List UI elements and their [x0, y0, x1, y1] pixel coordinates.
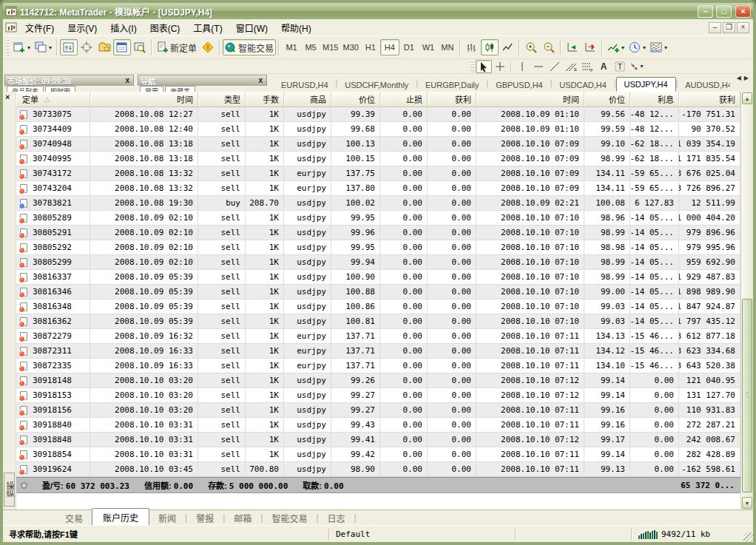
docked-side-tab[interactable]: 操纵: [4, 473, 15, 507]
column-header-9[interactable]: 价位: [584, 92, 630, 106]
column-header-3[interactable]: 手数: [246, 92, 284, 106]
menu-item-图表-c-[interactable]: 图表(C): [144, 19, 187, 36]
bar-chart-button[interactable]: [463, 39, 481, 55]
terminal-tab-交易[interactable]: 交易: [56, 510, 92, 526]
chart-tab-eurusd-h4[interactable]: EURUSD,H4: [274, 78, 336, 92]
column-header-11[interactable]: 获利: [679, 92, 740, 106]
terminal-close-icon[interactable]: ×: [5, 93, 10, 101]
mdi-minimize-button[interactable]: –: [709, 22, 721, 33]
column-header-6[interactable]: 止损: [380, 92, 428, 106]
mdi-close-button[interactable]: ×: [737, 22, 749, 33]
history-row-30783821[interactable]: 307838212008.10.08 19:30buy208.70usdjpy1…: [16, 196, 740, 211]
terminal-button[interactable]: [113, 39, 131, 55]
history-row-30743204[interactable]: 307432042008.10.08 13:32sell1Keurjpy137.…: [16, 181, 740, 196]
history-row-30816362[interactable]: 308163622008.10.09 05:39sell1Kusdjpy100.…: [16, 314, 740, 329]
line-chart-button[interactable]: [499, 39, 516, 55]
history-row-30805299[interactable]: 308052992008.10.09 02:10sell1Kusdjpy99.9…: [16, 255, 740, 270]
close-icon[interactable]: x: [124, 77, 131, 84]
new-chart-button[interactable]: ▾: [11, 39, 33, 55]
tab-tick-chart[interactable]: 即时图: [45, 86, 75, 92]
history-row-30919624[interactable]: 309196242008.10.10 03:45sell700.80usdjpy…: [16, 462, 740, 477]
history-row-30918156[interactable]: 309181562008.10.10 03:20sell1Kusdjpy99.2…: [16, 403, 740, 418]
terminal-tab-日志[interactable]: 日志: [319, 510, 354, 526]
history-row-30816348[interactable]: 308163482008.10.09 05:39sell1Kusdjpy100.…: [16, 299, 740, 314]
chart-tab-eurgbp-daily[interactable]: EURGBP,Daily: [418, 78, 487, 92]
chart-tab-audusd-h4[interactable]: AUDUSD,H4: [678, 78, 729, 92]
resize-grip[interactable]: [743, 532, 753, 542]
indicators-button[interactable]: ▾: [605, 39, 627, 55]
column-header-4[interactable]: 商品: [284, 92, 331, 106]
chart-tab-gbpusd-h4[interactable]: GBPUSD,H4: [488, 78, 550, 92]
mdi-restore-button[interactable]: ❐: [723, 22, 735, 33]
navigator-button[interactable]: [95, 39, 113, 55]
history-row-30872311[interactable]: 308723112008.10.09 16:33sell1Keurjpy137.…: [16, 344, 740, 359]
strategy-tester-button[interactable]: [131, 39, 149, 55]
zoom-in-button[interactable]: [522, 39, 540, 55]
profiles-button[interactable]: ▾: [33, 39, 54, 55]
history-row-30918153[interactable]: 309181532008.10.10 03:20sell1Kusdjpy99.2…: [16, 388, 740, 403]
tab-favorites[interactable]: 收藏夹: [165, 86, 195, 92]
toolbar-grip[interactable]: [470, 61, 474, 72]
expert-advisors-button[interactable]: 智能交易: [223, 39, 276, 55]
menu-item-显示-v-[interactable]: 显示(V): [61, 19, 104, 36]
minimize-button[interactable]: –: [698, 5, 713, 18]
text-button[interactable]: A: [595, 60, 612, 73]
history-row-30816346[interactable]: 308163462008.10.09 05:39sell1Kusdjpy100.…: [16, 285, 740, 299]
tab-common[interactable]: 常用: [140, 86, 163, 92]
column-header-2[interactable]: 类型: [198, 92, 246, 106]
history-row-30816337[interactable]: 308163372008.10.09 05:39sell1Kusdjpy100.…: [16, 270, 740, 285]
history-row-30918848[interactable]: 309188482008.10.10 03:31sell1Kusdjpy99.4…: [16, 433, 740, 447]
navigator-titlebar[interactable]: 导航 x: [138, 75, 267, 86]
history-row-30805289[interactable]: 308052892008.10.09 02:10sell1Kusdjpy99.9…: [16, 211, 740, 226]
status-profile[interactable]: Default: [330, 529, 515, 539]
toolbar-grip[interactable]: [6, 39, 10, 55]
history-row-30872279[interactable]: 308722792008.10.09 16:32sell1Keurjpy137.…: [16, 329, 740, 344]
data-window-button[interactable]: [78, 39, 95, 55]
chart-tab-usdchf-monthly[interactable]: USDCHF,Monthly: [337, 78, 416, 92]
column-header-7[interactable]: 获利: [428, 92, 476, 106]
history-row-30733075[interactable]: 307330752008.10.08 12:27sell1Kusdjpy99.3…: [16, 107, 740, 122]
equidistant-channel-button[interactable]: E: [563, 60, 579, 73]
horizontal-line-button[interactable]: [530, 60, 547, 73]
arrows-button[interactable]: ▾: [628, 60, 644, 73]
vertical-line-button[interactable]: [514, 60, 530, 73]
timeframe-m15-button[interactable]: M15: [320, 39, 340, 55]
chart-tab-usdcad-h4[interactable]: USDCAD,H4: [552, 78, 614, 92]
crosshair-button[interactable]: [492, 60, 508, 73]
candlestick-button[interactable]: [481, 39, 499, 55]
periods-button[interactable]: ▾: [627, 39, 648, 55]
timeframe-m1-button[interactable]: M1: [282, 39, 301, 55]
auto-scroll-button[interactable]: [564, 39, 581, 55]
history-row-30872335[interactable]: 308723352008.10.09 16:33sell1Keurjpy137.…: [16, 359, 740, 373]
menu-item-工具-t-[interactable]: 工具(T): [186, 19, 229, 36]
terminal-tab-新闻[interactable]: 新闻: [149, 510, 185, 526]
terminal-tab-邮箱[interactable]: 邮箱: [225, 510, 260, 526]
timeframe-h4-button[interactable]: H4: [380, 39, 399, 55]
alert-button[interactable]: !: [199, 39, 217, 55]
chart-tab-usdjpy-h4[interactable]: USDJPY,H4: [616, 77, 676, 92]
timeframe-m5-button[interactable]: M5: [301, 39, 320, 55]
history-row-30918854[interactable]: 309188542008.10.10 03:31sell1Kusdjpy99.4…: [16, 447, 740, 462]
history-row-30918840[interactable]: 309188402008.10.10 03:31sell1Kusdjpy99.4…: [16, 418, 740, 433]
menu-item-帮助-h-[interactable]: 帮助(H): [274, 19, 318, 36]
maximize-button[interactable]: □: [716, 5, 732, 18]
history-row-30918148[interactable]: 309181482008.10.10 03:20sell1Kusdjpy99.2…: [16, 373, 740, 388]
timeframe-h1-button[interactable]: H1: [361, 39, 380, 55]
terminal-tab-智能交易[interactable]: 智能交易: [263, 510, 316, 526]
cursor-button[interactable]: [476, 60, 492, 73]
history-row-30743172[interactable]: 307431722008.10.08 13:32sell1Keurjpy137.…: [16, 166, 740, 181]
history-row-30734409[interactable]: 307344092008.10.08 12:40sell1Kusdjpy99.6…: [16, 122, 740, 137]
column-header-5[interactable]: 价位: [331, 92, 380, 106]
history-row-30740948[interactable]: 307409482008.10.08 13:18sell1Kusdjpy100.…: [16, 137, 740, 152]
new-order-button[interactable]: 新定单: [155, 39, 199, 55]
tab-symbols[interactable]: 商品列表: [7, 86, 44, 92]
terminal-tab-警报[interactable]: 警报: [187, 510, 223, 526]
vertical-scrollbar[interactable]: ▲ ▼: [740, 92, 753, 510]
history-row-30805291[interactable]: 308052912008.10.09 02:10sell1Kusdjpy99.9…: [16, 226, 740, 240]
scroll-down-icon[interactable]: ▼: [742, 497, 752, 509]
zoom-out-button[interactable]: [540, 39, 558, 55]
timeframe-w1-button[interactable]: W1: [419, 39, 438, 55]
scroll-left-icon[interactable]: ◀: [737, 75, 741, 81]
market-watch-button[interactable]: [60, 39, 78, 55]
fibonacci-button[interactable]: F: [579, 60, 595, 73]
